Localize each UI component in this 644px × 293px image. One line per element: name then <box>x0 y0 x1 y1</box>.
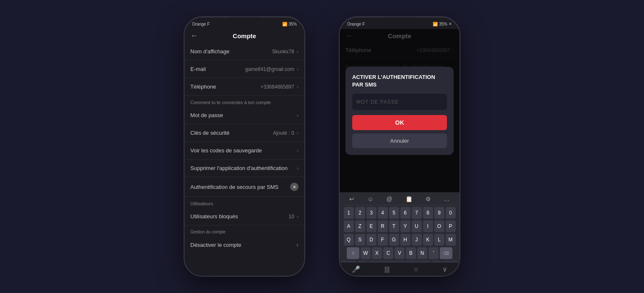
email-value: gametf41@gmail.com <box>245 66 294 72</box>
chevron-icon-0: › <box>297 48 299 55</box>
sms-auth-item[interactable]: Authentification de secours par SMS ✕ <box>184 177 304 197</box>
display-name-item[interactable]: Nom d'affichage Skunkx78 › <box>184 43 304 60</box>
chevron-blocked: › <box>297 213 299 220</box>
display-name-value: Skunkx78 <box>272 49 294 55</box>
kb-t[interactable]: T <box>389 220 399 232</box>
collapse-icon: ‹ <box>296 241 299 248</box>
security-keys-item[interactable]: Clés de sécurité Ajouté : 0 › <box>184 124 304 142</box>
x-status-icon: ✕ <box>449 22 452 26</box>
sms-auth-label: Authentification de secours par SMS <box>190 184 278 190</box>
kb-y[interactable]: Y <box>400 220 410 232</box>
backup-codes-item[interactable]: Voir les codes de sauvegarde › <box>184 142 304 160</box>
kb-2[interactable]: 2 <box>355 207 365 219</box>
kb-s[interactable]: S <box>355 234 365 246</box>
screen-phone2: ← Compte Téléphone +33684865897 › Suppri… <box>340 29 460 276</box>
cancel-button[interactable]: Annuler <box>352 133 447 148</box>
kb-h[interactable]: H <box>400 234 410 246</box>
azerty-row-2: Q S D F G H J K L M <box>341 234 458 246</box>
carrier-phone2: Orange F <box>347 22 365 26</box>
blocked-users-item[interactable]: Utilisateurs bloqués 10 › <box>184 208 304 225</box>
kb-f[interactable]: F <box>378 234 388 246</box>
x-badge-sms[interactable]: ✕ <box>290 183 299 191</box>
kb-0[interactable]: 0 <box>446 207 456 219</box>
kb-q[interactable]: Q <box>344 234 354 246</box>
modal-title: ACTIVER L'AUTHENTIFICATION PAR SMS <box>352 73 447 89</box>
disable-account-item[interactable]: Désactiver le compte ‹ <box>184 236 304 254</box>
connection-section-header: Comment tu te connectes à ton compte <box>184 96 304 107</box>
kb-g[interactable]: G <box>389 234 399 246</box>
ok-button[interactable]: OK <box>352 115 447 130</box>
kb-more-icon[interactable]: … <box>444 196 450 202</box>
kb-5[interactable]: 5 <box>389 207 399 219</box>
kb-3[interactable]: 3 <box>366 207 377 219</box>
kb-d[interactable]: D <box>366 234 377 246</box>
kb-u[interactable]: U <box>412 220 422 232</box>
display-name-right: Skunkx78 › <box>272 48 299 55</box>
kb-j[interactable]: J <box>412 234 422 246</box>
kb-v[interactable]: V <box>395 247 405 259</box>
chevron-security: › <box>297 130 299 136</box>
kb-i[interactable]: I <box>423 220 433 232</box>
mic-icon[interactable]: 🎤 <box>352 265 360 273</box>
kb-undo-icon[interactable]: ↩ <box>349 196 354 202</box>
kb-9[interactable]: 9 <box>434 207 444 219</box>
kb-z[interactable]: Z <box>355 220 365 232</box>
gestion-section-header: Gestion du compte <box>184 225 304 236</box>
password-label: Mot de passe <box>190 112 223 118</box>
back-button-phone1[interactable]: ← <box>190 31 198 40</box>
backup-codes-right: › <box>297 147 299 154</box>
email-item[interactable]: E-mail gametf41@gmail.com › <box>184 60 304 78</box>
chevron-icon-2: › <box>297 84 299 90</box>
page-title-phone1: Compte <box>233 32 256 39</box>
phones-container: Orange F 23:16 📶 35% ← Compte Nom d'affi… <box>184 16 460 277</box>
kb-e[interactable]: E <box>366 220 377 232</box>
kb-4[interactable]: 4 <box>378 207 388 219</box>
security-keys-label: Clés de sécurité <box>190 130 229 136</box>
password-item[interactable]: Mot de passe › <box>184 107 304 124</box>
kb-settings-icon[interactable]: ⚙ <box>426 196 431 202</box>
kb-n[interactable]: N <box>417 247 427 259</box>
security-keys-right: Ajouté : 0 › <box>273 130 299 136</box>
kb-at-icon[interactable]: @ <box>387 196 392 202</box>
kb-6[interactable]: 6 <box>400 207 410 219</box>
chevron-remove-auth: › <box>297 165 299 171</box>
phone-item[interactable]: Téléphone +33684865897 › <box>184 78 304 96</box>
kb-r[interactable]: R <box>378 220 388 232</box>
kb-clipboard-icon[interactable]: 📋 <box>405 196 413 202</box>
kb-k[interactable]: K <box>423 234 433 246</box>
status-bar-phone1: Orange F 23:16 📶 35% <box>184 17 304 29</box>
kb-m[interactable]: M <box>446 234 456 246</box>
password-right: › <box>297 112 299 118</box>
remove-auth-right: › <box>297 165 299 171</box>
kb-x[interactable]: X <box>372 247 382 259</box>
kb-o[interactable]: O <box>434 220 444 232</box>
nav-bar-phone1: ← Compte <box>184 29 304 43</box>
kb-c[interactable]: C <box>383 247 393 259</box>
display-name-label: Nom d'affichage <box>190 48 229 55</box>
remove-auth-item[interactable]: Supprimer l'application d'authentificati… <box>184 160 304 177</box>
phone-1: Orange F 23:16 📶 35% ← Compte Nom d'affi… <box>184 16 305 277</box>
signal-icon: 📶 <box>282 22 287 26</box>
kb-a[interactable]: A <box>344 220 354 232</box>
kb-backspace[interactable]: ⌫ <box>440 247 452 259</box>
signal-icon-2: 📶 <box>433 22 438 26</box>
kb-w[interactable]: W <box>361 247 371 259</box>
kb-apostrophe[interactable]: ' <box>428 247 439 259</box>
kb-1[interactable]: 1 <box>344 207 354 219</box>
kb-8[interactable]: 8 <box>423 207 433 219</box>
kb-l[interactable]: L <box>434 234 444 246</box>
password-input[interactable] <box>352 94 447 110</box>
kb-emoji-icon[interactable]: ☺ <box>367 196 373 202</box>
kb-shift[interactable]: ⇧ <box>347 247 359 259</box>
blocked-users-right: 10 › <box>288 213 299 220</box>
phone-label: Téléphone <box>190 84 216 90</box>
chevron-backup: › <box>297 147 299 154</box>
recent-apps-icon[interactable]: ||| <box>384 266 390 273</box>
chevron-password: › <box>297 112 299 118</box>
disable-account-label: Désactiver le compte <box>190 242 241 248</box>
kb-p[interactable]: P <box>446 220 456 232</box>
back-gesture-icon[interactable]: ∨ <box>442 265 447 273</box>
home-icon[interactable]: ○ <box>414 266 418 273</box>
kb-7[interactable]: 7 <box>412 207 422 219</box>
kb-b[interactable]: B <box>406 247 416 259</box>
